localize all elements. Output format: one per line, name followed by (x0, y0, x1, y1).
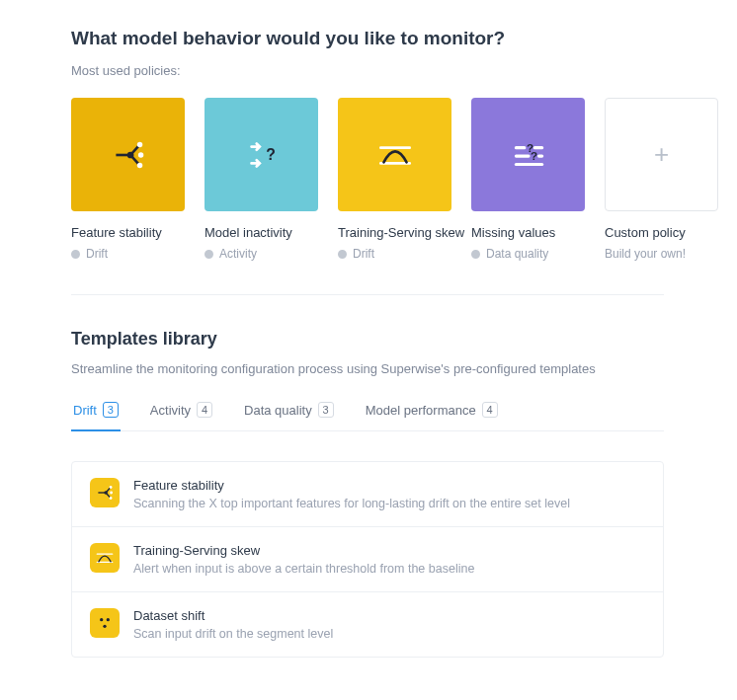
tab-activity[interactable]: Activity4 (148, 402, 214, 431)
policy-card-tag-label: Data quality (486, 247, 548, 261)
svg-point-5 (137, 152, 142, 157)
template-item[interactable]: Dataset shiftScan input drift on the seg… (72, 592, 663, 657)
tab-label: Model performance (366, 403, 476, 418)
policy-card[interactable]: ?Model inactivityActivity (205, 98, 318, 261)
policy-card-tag: Data quality (471, 247, 585, 261)
policy-card[interactable]: Training-Serving skewDrift (338, 98, 451, 261)
svg-point-23 (110, 497, 113, 500)
template-title: Training-Serving skew (133, 543, 474, 558)
template-description: Alert when input is above a certain thre… (133, 562, 474, 576)
library-title: Templates library (71, 329, 737, 350)
branch-icon (90, 478, 120, 507)
template-item[interactable]: Feature stabilityScanning the X top impo… (72, 462, 663, 527)
blanks-icon: ?? (508, 134, 549, 176)
template-description: Scan input drift on the segment level (133, 627, 333, 641)
tab-count: 3 (318, 402, 334, 418)
svg-point-6 (136, 162, 141, 167)
policy-tile (338, 98, 451, 211)
tab-count: 4 (482, 402, 498, 418)
dots-icon (90, 608, 120, 638)
template-description: Scanning the X top important features fo… (133, 497, 570, 510)
policy-tile (71, 98, 185, 211)
svg-point-20 (104, 491, 108, 495)
svg-text:?: ? (266, 146, 276, 163)
svg-point-21 (110, 486, 113, 489)
policy-card[interactable]: ??Missing valuesData quality (471, 98, 585, 261)
svg-text:?: ? (531, 150, 537, 162)
svg-point-26 (100, 618, 103, 621)
template-list: Feature stabilityScanning the X top impo… (71, 461, 664, 658)
svg-point-4 (136, 141, 141, 146)
tab-label: Data quality (244, 403, 312, 418)
tab-model-performance[interactable]: Model performance4 (364, 402, 500, 431)
tag-dot-icon (205, 250, 213, 259)
policy-card-title: Training-Serving skew (338, 225, 451, 240)
policy-tile: + (605, 98, 718, 211)
policy-card-tag: Drift (338, 247, 451, 261)
plus-icon: + (654, 139, 669, 170)
policy-card[interactable]: +Custom policyBuild your own! (605, 98, 718, 261)
tag-dot-icon (71, 250, 80, 259)
policy-card-row: Feature stabilityDrift?Model inactivityA… (71, 98, 737, 261)
svg-point-27 (107, 618, 110, 621)
policy-card-tag-label: Activity (219, 247, 257, 261)
curve-icon (90, 543, 120, 573)
template-title: Feature stability (133, 478, 570, 493)
template-title: Dataset shift (133, 608, 333, 623)
tab-count: 3 (103, 402, 119, 418)
section-divider (71, 294, 664, 295)
policy-card-tag-label: Build your own! (605, 247, 686, 261)
svg-point-28 (103, 625, 106, 628)
policy-card-tag: Build your own! (605, 247, 718, 261)
policy-card-tag-label: Drift (86, 247, 108, 261)
tab-drift[interactable]: Drift3 (71, 402, 121, 431)
branch-icon (108, 134, 149, 176)
policy-card-title: Missing values (471, 225, 585, 240)
policy-card[interactable]: Feature stabilityDrift (71, 98, 185, 261)
curve-icon (374, 134, 416, 176)
tag-dot-icon (471, 250, 480, 259)
tab-data-quality[interactable]: Data quality3 (242, 402, 336, 431)
svg-point-22 (110, 492, 113, 495)
policy-card-title: Custom policy (605, 225, 718, 240)
page-subtitle: Most used policies: (71, 63, 737, 78)
policy-tile: ? (205, 98, 318, 211)
tab-count: 4 (197, 402, 212, 418)
template-tabs: Drift3Activity4Data quality3Model perfor… (71, 402, 664, 431)
policy-card-title: Model inactivity (205, 225, 318, 240)
tag-dot-icon (338, 250, 347, 259)
split-question-icon: ? (241, 134, 283, 176)
policy-tile: ?? (471, 98, 585, 211)
library-description: Streamline the monitoring configuration … (71, 361, 737, 376)
tab-label: Activity (150, 403, 191, 418)
tab-label: Drift (73, 403, 97, 418)
policy-card-title: Feature stability (71, 225, 185, 240)
policy-card-tag: Drift (71, 247, 185, 261)
policy-card-tag-label: Drift (353, 247, 374, 261)
policy-card-tag: Activity (205, 247, 318, 261)
svg-point-3 (126, 151, 133, 158)
template-item[interactable]: Training-Serving skewAlert when input is… (72, 527, 663, 592)
page-title: What model behavior would you like to mo… (71, 28, 737, 49)
